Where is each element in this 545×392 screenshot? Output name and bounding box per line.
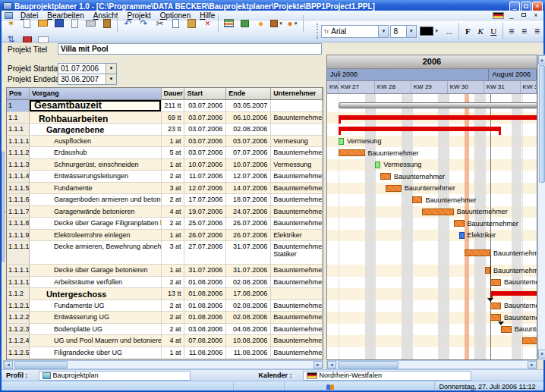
gantt-task-bar[interactable]	[412, 196, 423, 203]
mdi-minimize-button[interactable]: _	[507, 11, 516, 20]
cell-vorgang[interactable]: Schnurgerüst, einschneiden	[30, 159, 162, 171]
cell-vorgang[interactable]: Erdaushub	[30, 147, 162, 158]
mdi-restore-button[interactable]	[519, 11, 528, 20]
cell-vorgang[interactable]: Gesamtbauzeit	[30, 100, 162, 111]
gantt-task-bar[interactable]	[339, 149, 365, 156]
copy-button[interactable]	[168, 15, 184, 31]
table-row[interactable]: 1.1.1.2Erdaushub5 at03.07.200607.07.2006…	[7, 147, 323, 159]
gantt-summary-bar[interactable]	[339, 127, 501, 131]
column-header-ende[interactable]: Ende	[226, 88, 271, 99]
gantt-task-bar[interactable]	[490, 279, 501, 286]
column-header-pos[interactable]: Pos	[7, 88, 30, 99]
column-header-start[interactable]: Start	[184, 88, 226, 99]
info-button[interactable]: ●	[253, 15, 269, 31]
cell-vorgang[interactable]: Bodenplatte UG	[30, 324, 162, 335]
table-row[interactable]: 1.1.2.1Fundamente UG2 at01.08.200602.08.…	[7, 300, 323, 312]
profil-button[interactable]: Bauprojektplan	[39, 371, 191, 381]
gantt-task-bar[interactable]	[386, 185, 402, 192]
new-document-button[interactable]	[19, 15, 35, 31]
print-preview-button[interactable]	[67, 15, 83, 31]
table-row[interactable]: 1.1.1.6Garagenboden armieren und betonie…	[7, 194, 323, 206]
close-button[interactable]: ×	[532, 2, 543, 11]
cell-vorgang[interactable]: Rohbauarbeiten	[30, 112, 162, 124]
cell-vorgang[interactable]: Entwässerung UG	[30, 312, 162, 323]
font-family-dropdown-icon[interactable]: ▼	[378, 26, 388, 37]
table-row[interactable]: 1.1.1.5Fundamente3 at12.07.200614.07.200…	[7, 183, 323, 195]
project-end-combo[interactable]: 30.06.2007 ▼	[58, 74, 117, 85]
cell-vorgang[interactable]: Elektroleerrohre einlegen	[30, 230, 162, 241]
gantt-task-bar[interactable]	[459, 232, 465, 239]
gantt-scroll-left-button[interactable]: ◄	[327, 361, 336, 368]
align-left-button[interactable]: ≡	[505, 24, 518, 39]
font-color-button[interactable]: ▼	[417, 24, 442, 39]
table-row[interactable]: 1.1.1.9Elektroleerrohre einlegen1 at26.0…	[7, 230, 323, 242]
tools-button[interactable]: ▼	[269, 15, 285, 31]
column-header-vorgang[interactable]: Vorgang	[30, 88, 162, 99]
scroll-right-button[interactable]: ►	[313, 361, 323, 368]
gantt-project-summary-bar[interactable]	[339, 102, 537, 108]
table-row[interactable]: 1.1.2.3Bodenplatte UG2 at03.08.200604.08…	[7, 324, 323, 336]
project-start-combo[interactable]: 01.07.2006 ▼	[58, 63, 117, 74]
cell-vorgang[interactable]: Untergeschoss	[30, 288, 162, 299]
gantt-task-bar[interactable]	[490, 303, 501, 309]
resources-button[interactable]	[237, 15, 253, 31]
gantt-summary-bar[interactable]	[339, 115, 537, 120]
table-row[interactable]: 1.1.2.5Filigrandecke über UG1 at11.08.20…	[7, 347, 323, 359]
table-hscroll-thumb[interactable]	[14, 361, 68, 368]
cell-vorgang[interactable]: Entwässerungsleitungen	[30, 171, 162, 182]
column-header-dauer[interactable]: Dauer	[162, 88, 185, 99]
gantt-task-bar[interactable]	[380, 173, 391, 180]
minimize-button[interactable]: _	[509, 2, 520, 11]
font-size-dropdown-icon[interactable]: ▼	[406, 26, 416, 37]
gantt-task-bar[interactable]	[454, 220, 465, 227]
cell-vorgang[interactable]: Arbeitsräume verfüllen	[30, 277, 162, 288]
gantt-task-bar[interactable]	[522, 337, 537, 344]
gantt-task-bar[interactable]	[339, 138, 344, 145]
table-row[interactable]: 1.1.2.4UG und Pool Mauern und betonieren…	[7, 335, 323, 347]
restore-button[interactable]	[521, 2, 531, 11]
gantt-scroll-up-button[interactable]: ▲	[538, 55, 545, 64]
cell-vorgang[interactable]: Decke armieren, Bewehrung abnehmen	[30, 241, 162, 264]
gantt-summary-bar[interactable]	[490, 291, 537, 296]
table-row[interactable]: 1.1.1.8Decke über Garage Filigranplatten…	[7, 218, 323, 230]
gantt-scroll-right-button[interactable]: ►	[528, 361, 537, 368]
gantt-task-bar[interactable]	[490, 314, 501, 321]
print-button[interactable]	[83, 15, 99, 31]
gantt-hscroll-thumb[interactable]	[338, 361, 399, 368]
align-right-button[interactable]: ≡	[531, 24, 543, 39]
scroll-left-button[interactable]: ◄	[4, 361, 13, 368]
column-header-unternehmer[interactable]: Unternehmer	[271, 88, 323, 99]
cell-vorgang[interactable]: Auspflocken	[30, 136, 162, 147]
more-formats-button[interactable]: ...	[442, 24, 457, 39]
cell-vorgang[interactable]: Fundamente UG	[30, 300, 162, 312]
gantt-scroll-down-button[interactable]: ▼	[538, 350, 545, 359]
cell-vorgang[interactable]: Filigrandecke über UG	[30, 347, 162, 359]
options-wheel-button[interactable]: ●▼	[285, 15, 301, 31]
gantt-task-bar[interactable]	[375, 162, 380, 168]
kalender-button[interactable]: Nordrhein-Westfalen	[303, 371, 471, 381]
font-size-combo[interactable]: 8 ▼	[390, 25, 416, 38]
table-row[interactable]: 1.1.1.3Schnurgerüst, einschneiden1 at10.…	[7, 159, 323, 171]
cell-vorgang[interactable]: UG und Pool Mauern und betonieren	[30, 335, 162, 347]
start-dropdown-icon[interactable]: ▼	[106, 64, 116, 74]
project-title-input[interactable]: Villa mit Pool	[58, 43, 322, 55]
paste-button[interactable]	[184, 15, 200, 31]
wizard-button[interactable]: ✶	[3, 15, 19, 31]
delete-button[interactable]: ×	[200, 15, 216, 31]
exit-button[interactable]	[99, 15, 115, 31]
end-dropdown-icon[interactable]: ▼	[106, 74, 116, 84]
cell-vorgang[interactable]: Decke über Garage betonieren	[30, 265, 162, 276]
open-folder-button[interactable]	[35, 15, 51, 31]
cell-vorgang[interactable]: Garagenebene	[30, 124, 162, 135]
cell-vorgang[interactable]: Decke über Garage Filigranplatten legen	[30, 218, 162, 229]
gantt-task-bar[interactable]	[485, 267, 490, 274]
table-vertical-scrollbar[interactable]	[2, 152, 5, 262]
cell-vorgang[interactable]: Fundamente	[30, 183, 162, 194]
table-row[interactable]: 1.1.1.12Arbeitsräume verfüllen2 at01.08.…	[7, 277, 323, 289]
align-center-button[interactable]: ≡	[518, 24, 531, 39]
cell-vorgang[interactable]: Garagenboden armieren und betonieren	[30, 194, 162, 205]
table-row[interactable]: 1.1.1.11Decke über Garage betonieren1 at…	[7, 265, 323, 277]
save-button[interactable]	[51, 15, 67, 31]
table-row[interactable]: 1.1.1Garagenebene23 tt03.07.200602.08.20…	[7, 124, 323, 136]
table-row[interactable]: 1.1Rohbauarbeiten69 tt03.07.200606.10.20…	[7, 112, 323, 124]
